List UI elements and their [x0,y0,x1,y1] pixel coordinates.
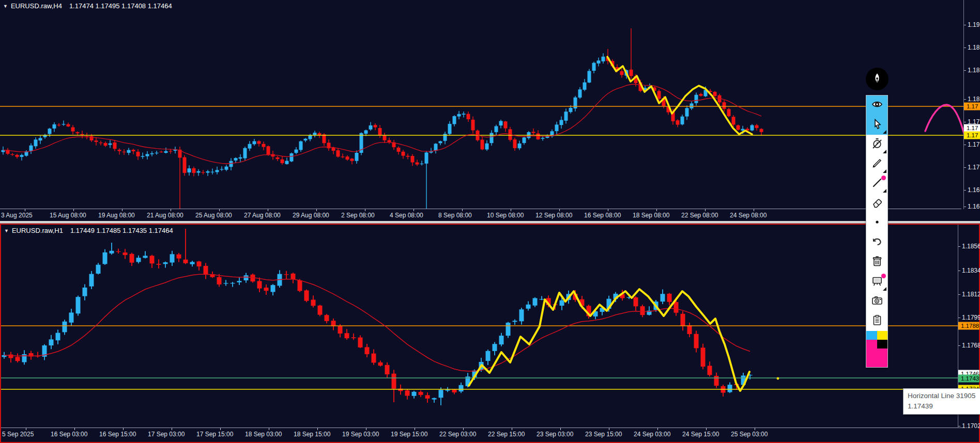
eye-icon [871,98,883,113]
time-label: 3 Aug 2025 [1,212,33,219]
candle-bear [99,143,103,143]
price-scale-h4[interactable]: 1.191.181.181.181.171.171.171.161.161.17… [963,0,980,209]
tooltip-object-name: Horizontal Line 31905 [908,391,980,401]
pen-tool-fab[interactable] [866,68,889,90]
candle-bear [701,347,706,367]
trash-icon [871,255,883,270]
candle-bear [687,325,692,334]
price-tick [958,426,960,426]
panel-divider[interactable] [0,221,980,224]
candle-bear [183,260,188,263]
time-tick [609,428,609,430]
candle-bull [486,351,491,361]
price-tick [958,345,960,346]
color-swatch[interactable] [866,331,877,340]
moving-average-line [4,274,750,371]
candle-bear [406,156,410,157]
trash-tool-button[interactable] [866,252,887,272]
candle-bear [291,274,296,279]
color-swatches [866,331,887,367]
time-tick [122,209,122,211]
price-tick [964,190,966,191]
collapse-triangle-icon[interactable]: ▼ [4,228,9,233]
clipboard-tool-button[interactable] [866,311,887,331]
clipboard-icon [871,314,883,328]
time-label: 22 Sep 15:00 [488,431,525,438]
ohlc-values: 1.17449 1.17485 1.17435 1.17464 [70,227,173,234]
candlestick-chart-h4[interactable] [0,0,963,209]
price-tick [958,294,960,295]
candle-bear [197,261,202,266]
candle-bull [234,158,238,161]
candle-bear [318,306,323,315]
candle-bull [22,354,27,362]
time-label: 18 Sep 03:00 [245,431,282,438]
candle-bull [197,171,201,173]
price-tick [958,318,960,318]
current-color-swatch[interactable] [866,349,887,367]
candle-bear [150,256,155,263]
time-label: 4 Sep 08:00 [390,212,423,219]
timer-off-tool-button[interactable] [866,135,887,154]
candle-bear [419,392,423,395]
dot-marker[interactable] [777,377,779,380]
candle-bear [116,251,121,252]
board-tool-button[interactable] [866,272,887,292]
color-dot-indicator [881,176,886,180]
price-label: 1.19 [968,21,979,28]
candle-bull [309,135,312,139]
candle-bull [439,141,442,144]
freehand-drawing[interactable] [925,105,963,135]
candle-bear [620,71,624,75]
candle-bear [281,160,284,163]
time-axis-h4[interactable]: 3 Aug 202515 Aug 08:0019 Aug 08:0021 Aug… [0,209,961,221]
candle-bear [67,124,70,126]
candle-bear [57,125,61,125]
cursor-tool-button[interactable] [866,115,887,135]
time-tick [511,209,511,211]
price-label: 1.17 [968,164,979,171]
timer-off-icon [871,137,883,152]
zigzag-drawing[interactable] [607,57,752,134]
time-label: 25 Aug 08:00 [195,212,232,219]
candle-bear [397,148,401,152]
cursor-icon [871,118,883,132]
line-tool-tool-button[interactable] [866,174,887,194]
pencil-tool-button[interactable] [866,154,887,174]
candle-bull [499,121,503,125]
candlestick-chart-h1[interactable] [1,225,958,428]
eraser-tool-button[interactable] [866,194,887,213]
candle-bear [113,143,117,149]
time-tick [268,209,268,211]
candle-bull [164,151,168,153]
trading-app-window: { "colors":{ "background":"#0b0e25","bul… [0,0,980,443]
price-tick [964,25,966,25]
price-label: 1.18562 [962,243,980,250]
bullet-tool-button[interactable] [866,213,887,233]
candle-bull [453,116,456,124]
time-label: 18 Sep 08:00 [633,212,669,219]
time-tick [608,209,608,211]
candle-bear [157,264,161,265]
candle-bull [574,98,577,108]
candle-bear [267,146,270,154]
collapse-triangle-icon[interactable]: ▼ [3,4,8,9]
candle-bear [257,281,262,288]
candle-bull [490,133,494,143]
eye-tool-button[interactable] [866,96,887,115]
time-tick [706,428,707,430]
time-axis-h1[interactable]: 5 Sep 202516 Sep 03:0016 Sep 15:0017 Sep… [1,428,962,440]
price-tick [964,99,966,100]
candle-bear [674,302,679,313]
candle-bull [569,108,573,112]
candle-bull [299,141,303,150]
candle-bear [351,337,356,338]
color-swatch[interactable] [877,331,888,340]
camera-tool-button[interactable] [866,292,887,311]
color-swatch[interactable] [877,340,888,349]
undo-tool-button[interactable] [866,233,887,252]
color-swatch[interactable] [866,340,877,349]
time-label: 8 Sep 08:00 [438,212,472,219]
candle-bull [526,305,531,309]
time-label: 10 Sep 08:00 [487,212,524,219]
